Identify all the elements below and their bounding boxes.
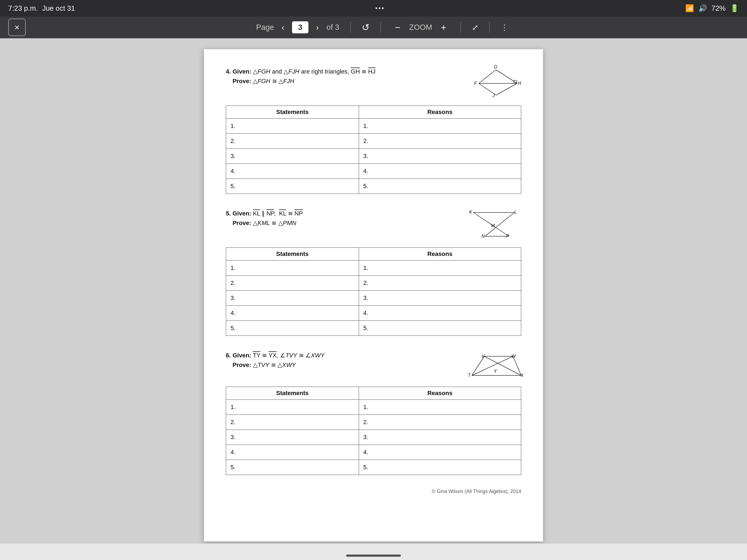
statements-header: Statements [226, 387, 359, 400]
rsn: 3. [359, 149, 521, 164]
zoom-in-button[interactable]: + [438, 21, 450, 34]
separator3 [460, 22, 461, 33]
total-pages: of 3 [327, 23, 339, 32]
rsn: 4. [359, 445, 521, 460]
table-row: 3.3. [226, 430, 521, 445]
svg-text:L: L [514, 210, 517, 214]
stmt: 5. [226, 321, 359, 336]
stmt: 5. [226, 179, 359, 194]
problem-4-table: Statements Reasons 1.1. 2.2. 3.3. 4.4. 5… [226, 105, 521, 194]
svg-line-8 [496, 83, 517, 95]
close-icon: × [15, 22, 20, 32]
problem-5-given: 5. Given: KL ∥ NP, KL ≅ NP Prove: △KML ≅… [226, 209, 450, 228]
svg-text:Y: Y [494, 369, 497, 374]
problem-5: 5. Given: KL ∥ NP, KL ≅ NP Prove: △KML ≅… [226, 207, 521, 336]
time: 7:23 p.m. [8, 4, 38, 12]
rsn: 5. [359, 179, 521, 194]
table-row: 4.4. [226, 306, 521, 321]
page-number[interactable]: 3 [292, 21, 308, 33]
stmt: 4. [226, 306, 359, 321]
rsn: 2. [359, 276, 521, 291]
copyright: © Gina Wilson (All Things Algebra), 2014 [226, 489, 521, 494]
rsn: 2. [359, 415, 521, 430]
table-row: 5.5. [226, 179, 521, 194]
table-row: 5.5. [226, 460, 521, 475]
table-row: 4.4. [226, 445, 521, 460]
toolbar-left: × [8, 19, 26, 36]
table-row: 2.2. [226, 276, 521, 291]
svg-line-16 [473, 212, 509, 236]
close-button[interactable]: × [8, 19, 26, 36]
status-left: 7:23 p.m. Jue oct 31 [8, 4, 75, 12]
three-dots: ••• [376, 5, 385, 12]
signal-icon: 📶 [685, 4, 694, 12]
stmt: 1. [226, 400, 359, 415]
toolbar: × Page ‹ 3 › of 3 ↺ − ZOOM + ⤢ ⋮ [0, 17, 747, 38]
rsn: 3. [359, 430, 521, 445]
problem-4-diagram: G H J F [466, 66, 521, 100]
problem-6-diagram: T V W Y X [466, 350, 521, 381]
page-label: Page [256, 23, 274, 32]
table-row: 1.1. [226, 261, 521, 276]
battery-icon: 🔋 [730, 4, 739, 12]
table-row: 1.1. [226, 400, 521, 415]
reasons-header: Reasons [359, 387, 521, 400]
wifi-icon: 🔊 [698, 4, 707, 12]
table-row: 3.3. [226, 291, 521, 306]
problem-5-table: Statements Reasons 1.1. 2.2. 3.3. 4.4. 5… [226, 248, 521, 336]
table-row: 2.2. [226, 134, 521, 149]
stmt: 2. [226, 415, 359, 430]
rsn: 4. [359, 164, 521, 179]
prev-page-button[interactable]: ‹ [279, 21, 287, 34]
rsn: 5. [359, 321, 521, 336]
svg-text:H: H [518, 81, 521, 85]
next-page-button[interactable]: › [314, 21, 321, 34]
zoom-out-button[interactable]: − [392, 21, 404, 34]
svg-line-25 [484, 356, 521, 376]
refresh-button[interactable]: ↺ [362, 22, 369, 33]
zoom-label: ZOOM [409, 23, 432, 32]
table-row: 5.5. [226, 321, 521, 336]
problem-4-given: 4. Given: △FGH and △FJH are right triang… [226, 67, 450, 86]
stmt: 3. [226, 149, 359, 164]
battery: 72% [712, 4, 726, 12]
table-row: 4.4. [226, 164, 521, 179]
svg-text:N: N [482, 234, 485, 238]
stmt: 1. [226, 119, 359, 134]
expand-button[interactable]: ⤢ [472, 23, 478, 32]
stmt: 3. [226, 430, 359, 445]
rsn: 4. [359, 306, 521, 321]
svg-line-17 [485, 212, 514, 236]
separator4 [489, 22, 490, 33]
problem-5-text: 5. Given: KL ∥ NP, KL ≅ NP Prove: △KML ≅… [226, 207, 450, 228]
page-content: 4. Given: △FGH and △FJH are right triang… [204, 49, 543, 541]
problem-4-text: 4. Given: △FGH and △FJH are right triang… [226, 66, 450, 86]
home-indicator [346, 555, 401, 557]
svg-line-6 [479, 83, 496, 95]
problem-5-header: 5. Given: KL ∥ NP, KL ≅ NP Prove: △KML ≅… [226, 207, 521, 242]
rsn: 1. [359, 400, 521, 415]
problem-6-header: 6. Given: TY ≅ YX, ∠TVY ≅ ∠XWY Prove: △T… [226, 350, 521, 381]
stmt: 3. [226, 291, 359, 306]
table-row: 3.3. [226, 149, 521, 164]
statements-header: Statements [226, 106, 359, 119]
rsn: 1. [359, 261, 521, 276]
problem-4-header: 4. Given: △FGH and △FJH are right triang… [226, 66, 521, 100]
toolbar-center: Page ‹ 3 › of 3 ↺ − ZOOM + ⤢ ⋮ [256, 21, 509, 34]
svg-text:T: T [468, 373, 471, 378]
stmt: 4. [226, 445, 359, 460]
reasons-header: Reasons [359, 248, 521, 261]
problem-4: 4. Given: △FGH and △FJH are right triang… [226, 66, 521, 194]
document-area: 4. Given: △FGH and △FJH are right triang… [0, 38, 747, 543]
statements-header: Statements [226, 248, 359, 261]
more-button[interactable]: ⋮ [500, 23, 508, 32]
status-bar: 7:23 p.m. Jue oct 31 ••• 📶 🔊 72% 🔋 [0, 0, 747, 17]
problem-5-diagram: K L M N P [466, 207, 521, 242]
stmt: 1. [226, 261, 359, 276]
svg-text:K: K [469, 210, 472, 214]
problem-6: 6. Given: TY ≅ YX, ∠TVY ≅ ∠XWY Prove: △T… [226, 350, 521, 475]
table-row: 1.1. [226, 119, 521, 134]
problem-6-given: 6. Given: TY ≅ YX, ∠TVY ≅ ∠XWY Prove: △T… [226, 351, 450, 370]
svg-line-27 [513, 356, 521, 376]
separator2 [380, 22, 381, 33]
